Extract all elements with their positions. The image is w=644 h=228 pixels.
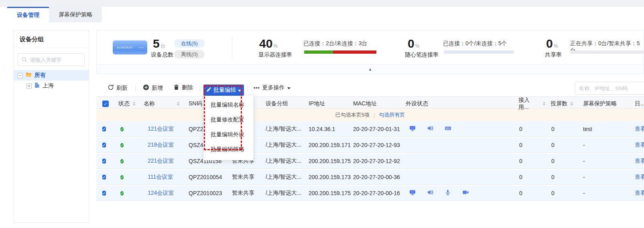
header-name[interactable]: 名称 — [144, 100, 155, 107]
view-log-link[interactable]: 查看 — [635, 190, 644, 196]
view-log-link[interactable]: 查看 — [635, 125, 644, 132]
header-access-users[interactable]: 接入用... — [518, 97, 540, 111]
table-toolbar: 刷新 新增 删除 批量编辑 ••• 更多操作 — [96, 80, 644, 96]
menu-item-batch-edit-peripherals[interactable]: 批量编辑外设 — [204, 127, 253, 142]
device-name-link[interactable]: 221会议室 — [148, 157, 174, 164]
table-row[interactable]: ✓ ✓ 221会议室 QSZ4110158 暂未共享 /上海/智远大... 20… — [96, 153, 644, 169]
expand-expander-icon[interactable]: + — [26, 83, 32, 89]
users-cell: 0 — [510, 174, 546, 180]
header-screensaver-policy[interactable]: 屏幕保护策略 — [583, 100, 617, 107]
share-rate-label: 共享率 — [545, 51, 562, 59]
tree-node-shanghai[interactable]: + 上海 — [14, 81, 89, 91]
table-row[interactable]: ✓ ✓ 121会议室 QPZ2 /上海/智远大... 10.24.36.1 20… — [96, 121, 644, 137]
row-checkbox[interactable]: ✓ — [102, 159, 106, 163]
device-total-value: 5台 — [153, 38, 165, 52]
selection-notice-bar: 已勾选本页5项 | 勾选所有页 — [96, 109, 644, 121]
row-checkbox[interactable]: ✓ — [102, 175, 106, 180]
online-status-icon: ✓ — [120, 159, 124, 163]
sort-icon[interactable] — [542, 102, 546, 106]
policy-cell: - — [578, 174, 626, 180]
tab-device-management[interactable]: 设备管理 — [7, 7, 49, 22]
collapse-expander-icon[interactable]: − — [18, 73, 23, 78]
table-search-input[interactable] — [575, 82, 644, 95]
online-status-icon: ✓ — [120, 175, 124, 180]
row-checkbox[interactable]: ✓ — [102, 127, 106, 131]
selected-count-text: 已勾选本页5项 — [335, 111, 370, 119]
delete-label: 删除 — [182, 84, 193, 91]
users-cell: 0 — [510, 142, 546, 148]
collapse-arrow-icon: ▲ — [368, 67, 372, 71]
device-name-link[interactable]: 111会议室 — [148, 174, 173, 180]
table-header-row: ✓ 状态 名称 SN码 设备分组 IP地址 MAC地址 外设状态 接入用... … — [96, 96, 644, 109]
group-cell: /上海/智远大... — [261, 125, 306, 133]
row-checkbox[interactable]: ✓ — [102, 143, 106, 147]
menu-item-batch-edit-name[interactable]: 批量编辑名称 — [204, 97, 253, 112]
sort-icon[interactable] — [132, 102, 136, 106]
group-search-input[interactable] — [18, 53, 85, 66]
header-ip[interactable]: IP地址 — [309, 100, 325, 107]
offline-badge[interactable]: 离线(0) — [174, 50, 205, 59]
select-all-pages-link[interactable]: 勾选所有页 — [379, 111, 405, 119]
header-device-group[interactable]: 设备分组 — [266, 100, 288, 107]
group-cell: /上海/智远大... — [261, 157, 306, 165]
mac-cell: 20-20-27-20-00-16 — [351, 190, 401, 196]
add-button[interactable]: 新增 — [143, 84, 163, 92]
sort-icon[interactable] — [177, 102, 180, 106]
header-log[interactable]: 日... — [635, 100, 644, 107]
device-name-link[interactable]: 218会议室 — [148, 141, 174, 148]
header-peripherals[interactable]: 外设状态 — [406, 100, 428, 107]
monitor-icon — [409, 125, 416, 133]
sort-icon[interactable] — [570, 102, 573, 106]
header-status[interactable]: 状态 — [118, 100, 130, 107]
header-cast-count[interactable]: 投屏数 — [551, 100, 567, 107]
table-row[interactable]: ✓ ✓ 218会议室 QSZ4 /上海/智远大... 200.200.159.1… — [96, 137, 644, 153]
users-cell: 0 — [510, 190, 546, 196]
menu-item-batch-modify-config[interactable]: 批量修改配置 — [204, 112, 253, 127]
tree-node-all[interactable]: − 所有 — [14, 70, 89, 81]
view-log-link[interactable]: 查看 — [635, 141, 644, 148]
sn-cell: QPZ2010054 — [185, 174, 227, 180]
tab-screensaver-policy[interactable]: 屏幕保护策略 — [49, 7, 102, 22]
chevron-down-icon — [238, 90, 241, 93]
device-name-link[interactable]: 121会议室 — [148, 125, 174, 132]
device-dots: ••• — [139, 46, 144, 49]
view-log-link[interactable]: 查看 — [635, 174, 644, 180]
device-group-title: 设备分组 — [14, 30, 89, 48]
delete-button[interactable]: 删除 — [173, 84, 193, 91]
ellipsis-icon: ••• — [254, 85, 260, 91]
table-row[interactable]: ✓ ✓ 111会议室 QPZ2010054 暂未共享 /上海/智远大... 20… — [96, 169, 644, 185]
more-actions-button[interactable]: ••• 更多操作 — [254, 84, 291, 91]
row-checkbox[interactable]: ✓ — [102, 191, 106, 196]
refresh-icon — [108, 84, 114, 92]
sn-cell: QPZ2010023 — [185, 190, 227, 196]
pen-rate-value: 0% — [408, 38, 419, 52]
monitor-rate-detail: 已连接：2台/未连接：3台 — [303, 40, 367, 47]
select-all-checkbox[interactable]: ✓ — [102, 101, 109, 107]
menu-item-batch-edit-policy[interactable]: 批量编辑策略 — [204, 142, 253, 157]
collapse-stats-button[interactable]: ▲ — [97, 64, 644, 74]
camera-icon — [462, 189, 469, 197]
folder-icon — [25, 72, 32, 79]
batch-edit-button[interactable]: 批量编辑 — [203, 85, 244, 96]
policy-cell: - — [578, 158, 626, 164]
casts-cell: 0 — [546, 190, 578, 196]
header-sn[interactable]: SN码 — [189, 100, 202, 107]
view-log-link[interactable]: 查看 — [635, 157, 644, 164]
casts-cell: 0 — [546, 174, 578, 180]
toolbar-divider — [135, 85, 136, 91]
casts-cell: 0 — [546, 126, 578, 132]
ip-cell: 200.200.159.175 — [306, 158, 351, 164]
refresh-button[interactable]: 刷新 — [108, 84, 128, 92]
policy-cell: - — [578, 142, 626, 148]
speaker-icon — [427, 125, 433, 133]
window-top-strip — [0, 0, 644, 7]
device-name-link[interactable]: 124会议室 — [148, 190, 174, 196]
table-row[interactable]: ✓ ✓ 124会议室 QPZ2010023 暂未共享 /上海/智远大... 20… — [96, 186, 644, 201]
monitor-icon — [409, 189, 416, 197]
notice-divider: | — [374, 112, 375, 118]
header-mac[interactable]: MAC地址 — [353, 100, 377, 107]
pencil-icon — [206, 87, 211, 93]
batch-edit-dropdown-menu: 批量编辑名称 批量修改配置 批量编辑外设 批量编辑策略 — [203, 95, 254, 160]
online-badge[interactable]: 在线(5) — [174, 39, 205, 48]
mac-cell: 20-20-27-20-00-36 — [351, 174, 401, 180]
